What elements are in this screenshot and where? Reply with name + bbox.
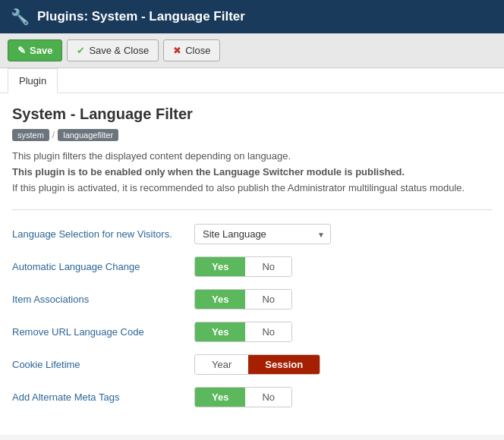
language-selection-control: Site Language Browser Language Default L… [194, 224, 492, 244]
cookie-lifetime-row: Cookie Lifetime Year Session [12, 354, 492, 375]
remove-url-language-code-control: Yes No [194, 322, 492, 342]
language-selection-row: Language Selection for new Visitors. Sit… [12, 224, 492, 244]
plugin-content: System - Language Filter system / langua… [0, 93, 504, 435]
automatic-language-no-button[interactable]: No [245, 257, 291, 276]
wrench-icon: 🔧 [11, 8, 30, 26]
tab-bar: Plugin [0, 68, 504, 93]
page-header: 🔧 Plugins: System - Language Filter [0, 0, 504, 33]
description-line3: If this plugin is activated, it is recom… [12, 182, 465, 193]
automatic-language-change-row: Automatic Language Change Yes No [12, 256, 492, 277]
divider [12, 209, 492, 210]
item-associations-control: Yes No [194, 289, 492, 310]
times-icon: ✖ [173, 45, 181, 56]
remove-url-toggle-group: Yes No [194, 322, 292, 342]
remove-url-language-code-label: Remove URL Language Code [12, 326, 179, 338]
tab-plugin[interactable]: Plugin [8, 68, 58, 93]
toolbar: ✎ Save ✔ Save & Close ✖ Close [0, 33, 504, 68]
add-alternate-meta-tags-row: Add Alternate Meta Tags Yes No [12, 387, 492, 407]
automatic-language-change-control: Yes No [194, 256, 492, 277]
save-button[interactable]: ✎ Save [8, 39, 62, 61]
add-alternate-meta-tags-toggle-group: Yes No [194, 387, 292, 407]
item-associations-label: Item Associations [12, 294, 179, 305]
language-select[interactable]: Site Language Browser Language Default L… [194, 224, 331, 244]
language-selection-label: Language Selection for new Visitors. [12, 228, 179, 240]
cookie-lifetime-year-button[interactable]: Year [195, 355, 248, 374]
cookie-lifetime-toggle-group: Year Session [194, 354, 320, 375]
plugin-description: This plugin filters the displayed conten… [12, 149, 492, 196]
automatic-language-change-label: Automatic Language Change [12, 261, 179, 272]
item-associations-yes-button[interactable]: Yes [195, 290, 245, 309]
description-line1: This plugin filters the displayed conten… [12, 150, 291, 162]
badge-group: system / languagefilter [12, 129, 492, 141]
cookie-lifetime-session-button[interactable]: Session [248, 355, 320, 374]
badge-system: system [12, 129, 49, 141]
add-alternate-meta-tags-no-button[interactable]: No [245, 388, 291, 407]
close-button[interactable]: ✖ Close [163, 39, 220, 61]
cookie-lifetime-label: Cookie Lifetime [12, 359, 179, 370]
item-associations-no-button[interactable]: No [245, 290, 291, 309]
save-close-button[interactable]: ✔ Save & Close [67, 39, 159, 61]
automatic-language-yes-button[interactable]: Yes [195, 257, 245, 276]
plugin-title: System - Language Filter [12, 105, 492, 123]
automatic-language-toggle-group: Yes No [194, 256, 292, 277]
add-alternate-meta-tags-control: Yes No [194, 387, 492, 407]
language-select-wrapper: Site Language Browser Language Default L… [194, 224, 331, 244]
description-line2: This plugin is to be enabled only when t… [12, 166, 405, 178]
cookie-lifetime-control: Year Session [194, 354, 492, 375]
badge-languagefilter: languagefilter [58, 129, 118, 141]
save-icon: ✎ [17, 45, 26, 56]
badge-divider: / [52, 130, 55, 140]
main-content: Plugin System - Language Filter system /… [0, 68, 504, 435]
check-icon: ✔ [77, 45, 85, 56]
add-alternate-meta-tags-label: Add Alternate Meta Tags [12, 391, 179, 403]
item-associations-toggle-group: Yes No [194, 289, 292, 310]
item-associations-row: Item Associations Yes No [12, 289, 492, 310]
remove-url-yes-button[interactable]: Yes [195, 322, 245, 341]
page-title: Plugins: System - Language Filter [37, 9, 245, 24]
remove-url-language-code-row: Remove URL Language Code Yes No [12, 322, 492, 342]
remove-url-no-button[interactable]: No [245, 322, 291, 341]
add-alternate-meta-tags-yes-button[interactable]: Yes [195, 388, 245, 407]
